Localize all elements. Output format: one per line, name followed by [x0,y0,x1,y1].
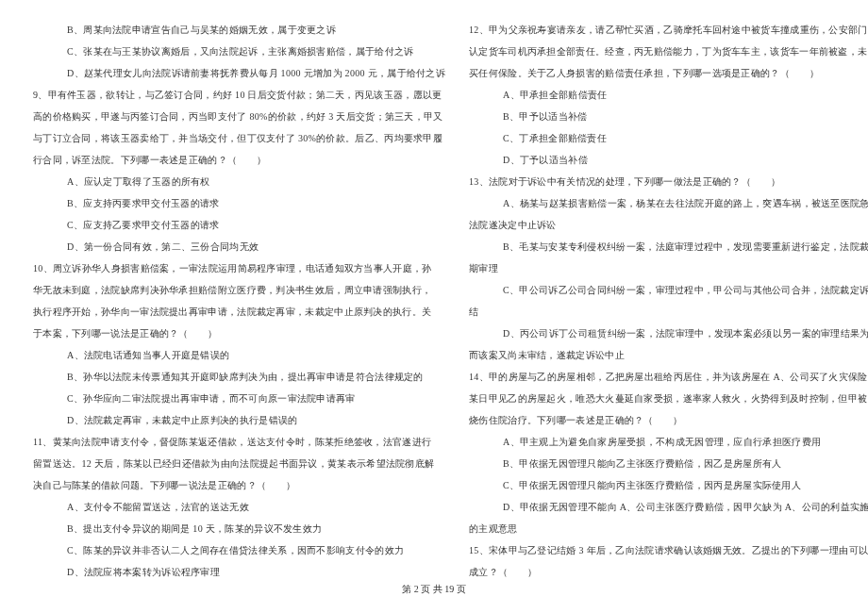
text-line: B、应支持丙要求甲交付玉器的请求 [33,192,445,214]
text-line: C、丁承担全部赔偿责任 [469,127,868,149]
text-line: B、毛某与安某专利侵权纠纷一案，法庭审理过程中，发现需要重新进行鉴定，法院裁定延 [469,236,868,257]
text-line: 成立？（ ） [469,561,868,583]
left-column: B、周某向法院申请宣告自己与吴某的婚姻无效，属于变更之诉C、张某在与王某协议离婚… [33,19,445,580]
text-line: D、第一份合同有效，第二、三份合同均无效 [33,236,445,257]
text-line: C、甲依据无因管理只能向丙主张医疗费赔偿，因丙是房屋实际使用人 [469,474,868,496]
text-line: 11、黄某向法院申请支付令，督促陈某返还借款，送达支付令时，陈某拒绝签收，法官遂… [33,431,445,453]
text-line: 决自己与陈某的借款问题。下列哪一说法是正确的？（ ） [33,474,445,496]
text-line: C、张某在与王某协议离婚后，又向法院起诉，主张离婚损害赔偿，属于给付之诉 [33,41,445,62]
text-line: A、甲承担全部赔偿责任 [469,84,868,106]
text-line: 执行程序开始，孙华向一审法院提出再审申请，法院裁定再审，未裁定中止原判决的执行。… [33,301,445,323]
text-line: 14、甲的房屋与乙的房屋相邻，乙把房屋出租给丙居住，并为该房屋在 A、公司买了火… [469,366,868,388]
text-line: A、甲主观上为避免自家房屋受损，不构成无因管理，应自行承担医疗费用 [469,431,868,453]
text-line: B、甲予以适当补偿 [469,106,868,127]
text-line: D、甲依据无因管理不能向 A、公司主张医疗费赔偿，因甲欠缺为 A、公司的利益实施… [469,496,868,518]
page-footer: 第 2 页 共 19 页 [0,583,868,596]
text-line: B、周某向法院申请宣告自己与吴某的婚姻无效，属于变更之诉 [33,19,445,41]
text-line: 9、甲有件玉器，欲转让，与乙签订合同，约好 10 日后交货付款；第二天，丙见该玉… [33,84,445,106]
text-line: 高的价格购买，甲遂与丙签订合同，丙当即支付了 80%的价款，约好 3 天后交货；… [33,106,445,127]
text-line: A、杨某与赵某损害赔偿一案，杨某在去往法院开庭的路上，突遇车祸，被送至医院急救， [469,192,868,214]
right-column: 12、甲为父亲祝寿宴请亲友，请乙帮忙买酒，乙骑摩托车回村途中被货车撞成重伤，公安… [469,19,868,580]
text-line: 于本案，下列哪一说法是正确的？（ ） [33,323,445,344]
text-line: A、支付令不能留置送达，法官的送达无效 [33,496,445,518]
text-line: 买任何保险。关于乙人身损害的赔偿责任承担，下列哪一选项是正确的？（ ） [469,62,868,84]
text-line: D、法院应将本案转为诉讼程序审理 [33,561,445,583]
text-line: 行合同，诉至法院。下列哪一表述是正确的？（ ） [33,149,445,171]
text-line: C、孙华应向二审法院提出再审申请，而不可向原一审法院申请再审 [33,388,445,409]
text-line: D、法院裁定再审，未裁定中止原判决的执行是错误的 [33,409,445,431]
text-line: 13、法院对于诉讼中有关情况的处理，下列哪一做法是正确的？（ ） [469,171,868,192]
text-line: 而该案又尚未审结，遂裁定诉讼中止 [469,344,868,366]
text-line: D、丙公司诉丁公司租赁纠纷一案，法院审理中，发现本案必须以另一案的审理结果为依据… [469,323,868,344]
text-line: 的主观意思 [469,518,868,539]
text-line: C、甲公司诉乙公司合同纠纷一案，审理过程中，甲公司与其他公司合并，法院裁定诉讼终 [469,279,868,301]
text-line: B、提出支付令异议的期间是 10 天，陈某的异议不发生效力 [33,518,445,539]
text-line: 期审理 [469,257,868,279]
text-line: 法院遂决定中止诉讼 [469,214,868,236]
text-line: 与丁订立合同，将该玉器卖给丁，并当场交付，但丁仅支付了 30%的价款。后乙、丙均… [33,127,445,149]
text-line: 10、周立诉孙华人身损害赔偿案，一审法院运用简易程序审理，电话通知双方当事人开庭… [33,257,445,279]
text-line: 华无故未到庭，法院缺席判决孙华承担赔偿附立医疗费，判决书生效后，周立申请强制执行… [33,279,445,301]
text-line: B、甲依据无因管理只能向乙主张医疗费赔偿，因乙是房屋所有人 [469,453,868,474]
text-line: 15、宋体甲与乙登记结婚 3 年后，乙向法院请求确认该婚姻无效。乙提出的下列哪一… [469,539,868,561]
text-line: A、应认定丁取得了玉器的所有权 [33,171,445,192]
text-line: 烧伤住院治疗。下列哪一表述是正确的？（ ） [469,409,868,431]
text-line: B、孙华以法院未传票通知其开庭即缺席判决为由，提出再审申请是符合法律规定的 [33,366,445,388]
text-line: 12、甲为父亲祝寿宴请亲友，请乙帮忙买酒，乙骑摩托车回村途中被货车撞成重伤，公安… [469,19,868,41]
text-line: D、丁予以适当补偿 [469,149,868,171]
text-line: 留置送达。12 天后，陈某以已经归还借款为由向法院提起书面异议，黄某表示希望法院… [33,453,445,474]
text-line: 认定货车司机丙承担全部责任。经查，丙无赔偿能力，丁为货车车主，该货车一年前被盗，… [469,41,868,62]
text-line: D、赵某代理女儿向法院诉请前妻将抚养费从每月 1000 元增加为 2000 元，… [33,62,445,84]
text-line: 某日甲见乙的房屋起火，唯恐大火蔓延自家受损，遂率家人救火，火势得到及时控制，但甲… [469,388,868,409]
text-line: 结 [469,301,868,323]
text-line: A、法院电话通知当事人开庭是错误的 [33,344,445,366]
text-line: C、应支持乙要求甲交付玉器的请求 [33,214,445,236]
page-container: B、周某向法院申请宣告自己与吴某的婚姻无效，属于变更之诉C、张某在与王某协议离婚… [33,19,835,580]
text-line: C、陈某的异议并非否认二人之间存在借贷法律关系，因而不影响支付令的效力 [33,539,445,561]
